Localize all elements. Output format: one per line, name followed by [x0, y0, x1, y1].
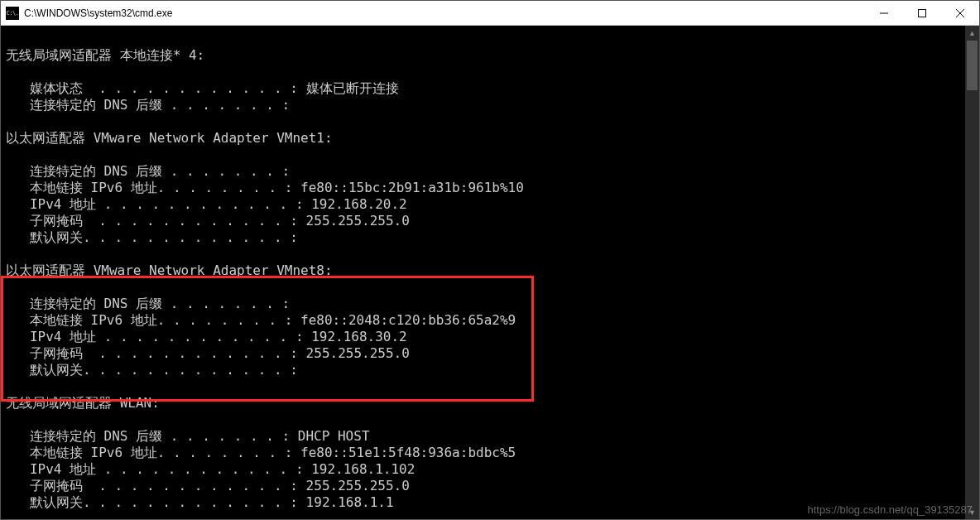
vmnet8-line-2: IPv4 地址 . . . . . . . . . . . . : 192.16… — [6, 329, 965, 345]
wlan-line-1: 本地链接 IPv6 地址. . . . . . . . : fe80::51e1… — [6, 445, 965, 461]
vmnet8-line-0: 连接特定的 DNS 后缀 . . . . . . . : — [6, 296, 965, 312]
vertical-scrollbar[interactable]: ▲ ▼ — [965, 26, 979, 519]
wlan-line-4: 默认网关. . . . . . . . . . . . . : 192.168.… — [6, 494, 965, 511]
vmnet8-line-3: 子网掩码 . . . . . . . . . . . . : 255.255.2… — [6, 345, 965, 362]
terminal-output[interactable]: 无线局域网适配器 本地连接* 4: 媒体状态 . . . . . . . . .… — [1, 26, 965, 519]
cmd-window: C:\. C:\WINDOWS\system32\cmd.exe 无线局域网适配… — [0, 0, 980, 520]
adapter-header-wlan: 无线局域网适配器 WLAN: — [6, 395, 965, 412]
vmnet8-line-1: 本地链接 IPv6 地址. . . . . . . . : fe80::2048… — [6, 312, 965, 329]
scroll-up-arrow[interactable]: ▲ — [965, 26, 979, 40]
terminal-wrapper: 无线局域网适配器 本地连接* 4: 媒体状态 . . . . . . . . .… — [1, 26, 979, 519]
adapter-header-vmnet1: 以太网适配器 VMware Network Adapter VMnet1: — [6, 130, 965, 147]
vmnet1-line-3: 子网掩码 . . . . . . . . . . . . : 255.255.2… — [6, 213, 965, 229]
vmnet1-line-4: 默认网关. . . . . . . . . . . . . : — [6, 229, 965, 246]
blank-line — [6, 279, 965, 296]
blank-line — [6, 246, 965, 262]
blank-line — [6, 64, 965, 80]
window-title: C:\WINDOWS\system32\cmd.exe — [24, 7, 865, 19]
blank-line — [6, 378, 965, 395]
blank-line — [6, 412, 965, 428]
maximize-button[interactable] — [903, 1, 941, 25]
svg-rect-1 — [919, 9, 926, 17]
window-controls — [865, 1, 979, 25]
wlan-line-0: 连接特定的 DNS 后缀 . . . . . . . : DHCP HOST — [6, 428, 965, 445]
vmnet8-line-4: 默认网关. . . . . . . . . . . . . : — [6, 362, 965, 378]
close-button[interactable] — [941, 1, 979, 25]
wlan-line-2: IPv4 地址 . . . . . . . . . . . . : 192.16… — [6, 461, 965, 478]
minimize-button[interactable] — [865, 1, 903, 25]
wlan4-line-0: 媒体状态 . . . . . . . . . . . . : 媒体已断开连接 — [6, 80, 965, 97]
blank-line — [6, 31, 965, 47]
blank-line — [6, 113, 965, 130]
wlan4-line-1: 连接特定的 DNS 后缀 . . . . . . . : — [6, 97, 965, 113]
scroll-down-arrow[interactable]: ▼ — [965, 505, 979, 519]
titlebar[interactable]: C:\. C:\WINDOWS\system32\cmd.exe — [1, 1, 979, 26]
blank-line — [6, 147, 965, 163]
scroll-thumb[interactable] — [967, 41, 978, 90]
vmnet1-line-1: 本地链接 IPv6 地址. . . . . . . . : fe80::15bc… — [6, 180, 965, 196]
adapter-header-vmnet8: 以太网适配器 VMware Network Adapter VMnet8: — [6, 262, 965, 279]
vmnet1-line-2: IPv4 地址 . . . . . . . . . . . . : 192.16… — [6, 196, 965, 213]
cmd-icon: C:\. — [6, 7, 19, 20]
adapter-header-wlan4: 无线局域网适配器 本地连接* 4: — [6, 47, 965, 64]
vmnet1-line-0: 连接特定的 DNS 后缀 . . . . . . . : — [6, 163, 965, 180]
wlan-line-3: 子网掩码 . . . . . . . . . . . . : 255.255.2… — [6, 478, 965, 494]
